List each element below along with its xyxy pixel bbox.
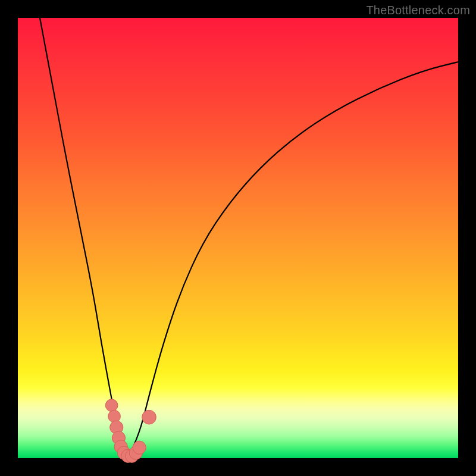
curve-marker <box>142 410 156 424</box>
curve-marker <box>108 410 121 422</box>
bottleneck-curve <box>40 18 458 456</box>
curve-marker <box>105 399 118 412</box>
plot-area <box>18 18 458 458</box>
curve-marker <box>133 441 146 454</box>
curve-markers <box>105 399 156 463</box>
curve-svg <box>18 18 458 458</box>
watermark-text: TheBottleneck.com <box>366 4 470 17</box>
chart-frame: TheBottleneck.com <box>0 0 476 476</box>
